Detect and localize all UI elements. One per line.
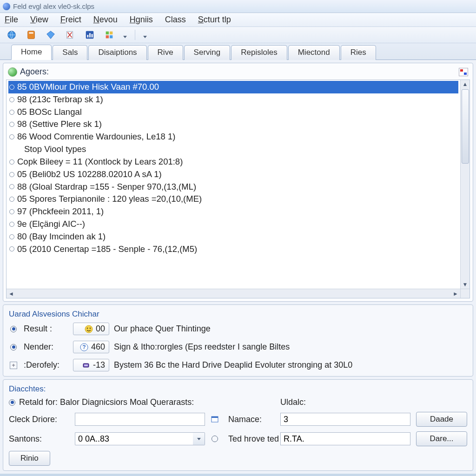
globe-icon[interactable]: [6, 29, 18, 41]
menu-hgnis[interactable]: Hgniis: [130, 15, 153, 25]
plus-box-icon[interactable]: +: [9, 361, 18, 370]
list-item-text: 05 (2010 Cenertap =185 - Senple - 76,(12…: [17, 243, 197, 256]
tab-label: Rive: [158, 48, 173, 57]
list-item-text: 98 (213c Terbrap sk 1): [17, 93, 103, 106]
list-bullet-icon: [9, 159, 14, 165]
namace-label: Namace:: [228, 415, 275, 424]
svg-rect-10: [110, 32, 112, 34]
chart-icon[interactable]: [84, 29, 96, 41]
tab-rive[interactable]: Rive: [148, 45, 183, 60]
vertical-scrollbar[interactable]: ▲ ▼: [460, 80, 469, 289]
scroll-up-arrow[interactable]: ▲: [461, 80, 469, 88]
toolbar-dropdown-1[interactable]: [123, 33, 127, 37]
cleck-input[interactable]: [75, 413, 205, 426]
tab-label: Sals: [62, 48, 78, 57]
toolbar: [0, 27, 476, 43]
list-item[interactable]: 05 (Beli0b2 US 102288.02010 A sA 1): [8, 168, 458, 181]
tab-repisloles[interactable]: Repisloles: [231, 45, 287, 60]
chevron-down-icon[interactable]: [193, 432, 205, 445]
tab-serving[interactable]: Serving: [184, 45, 231, 60]
menu-sturt[interactable]: Scturt tlp: [198, 15, 231, 25]
ted-radio-icon[interactable]: [211, 435, 219, 443]
list-item[interactable]: 88 (Gloal Stardrap =155 - Senper 970,(13…: [8, 181, 458, 193]
menu-file[interactable]: File: [5, 15, 18, 25]
title-bar: Feld evgl alex vle0-sk.clps: [0, 0, 476, 13]
svg-rect-2: [29, 33, 33, 34]
tab-label: Disaiptions: [98, 48, 137, 57]
tab-miectond[interactable]: Miectond: [288, 45, 340, 60]
menu-nevou[interactable]: Nevou: [93, 15, 118, 25]
list-item[interactable]: 86 Wood Comrentie Wardounies, Le18 1): [8, 131, 458, 143]
namace-icon: [211, 415, 219, 423]
list-header-label: Agoers:: [20, 67, 49, 77]
tab-sals[interactable]: Sals: [53, 45, 87, 60]
svg-marker-14: [143, 36, 147, 38]
list-item[interactable]: 05 (2010 Cenertap =185 - Senple - 76,(12…: [8, 243, 458, 256]
rinio-button[interactable]: Rinio: [9, 451, 50, 466]
daade-button[interactable]: Daade: [416, 412, 467, 427]
nender-value: 460: [91, 342, 105, 352]
list-header: Agoers:: [6, 66, 470, 79]
list-bullet-icon: [9, 122, 14, 127]
result-value-box[interactable]: 00: [73, 323, 109, 335]
nender-value-box[interactable]: ? 460: [73, 341, 109, 353]
expand-icon[interactable]: [459, 68, 468, 76]
derofely-value-box[interactable]: -13: [73, 359, 109, 371]
cleck-label: Cleck Driore:: [9, 415, 69, 424]
nender-label: Nender:: [24, 342, 68, 352]
list-item-text: 97 (Phckfeein 2011, 1): [17, 205, 104, 218]
tab-disaiptions[interactable]: Disaiptions: [88, 45, 146, 60]
list-item[interactable]: 80 (Bay Imcinden ak 1): [8, 231, 458, 243]
scroll-thumb[interactable]: [462, 89, 469, 164]
dare-button[interactable]: Dare...: [416, 431, 467, 446]
list-item[interactable]: 05 Spores Terpianonile : 120 yleas =20,(…: [8, 193, 458, 205]
list-item[interactable]: Copk Bileey = 11 (Xontlock by Lears 201:…: [8, 156, 458, 168]
tab-strip: Home Sals Disaiptions Rive Serving Repis…: [0, 43, 476, 60]
list-item-text: Copk Bileey = 11 (Xontlock by Lears 201:…: [17, 156, 183, 168]
tab-ries[interactable]: Ries: [341, 45, 376, 60]
scroll-down-arrow[interactable]: ▼: [461, 280, 469, 289]
list-bullet-icon: [9, 222, 14, 227]
santons-input[interactable]: [75, 432, 193, 445]
tools-icon[interactable]: [103, 29, 115, 41]
namace-input[interactable]: [280, 413, 410, 426]
result-value: 00: [96, 324, 105, 334]
list-item[interactable]: 98 (Settive Plere sk 1): [8, 118, 458, 131]
agoers-icon: [8, 67, 17, 77]
horizontal-scrollbar[interactable]: ◄ ►: [7, 289, 460, 298]
svg-rect-23: [212, 416, 218, 418]
list-item[interactable]: 85 0BVMlour Drive Hisk Vaan #70.00: [8, 81, 458, 93]
menu-class[interactable]: Class: [165, 15, 186, 25]
tab-label: Miectond: [298, 48, 330, 57]
list-item-text: 05 (Beli0b2 US 102288.02010 A sA 1): [17, 168, 162, 181]
toolbar-dropdown-2[interactable]: [143, 33, 147, 37]
list-item-text: 98 (Settive Plere sk 1): [17, 118, 102, 131]
menu-bar: File View Freict Nevou Hgniis Class Sctu…: [0, 13, 476, 27]
list-item[interactable]: 05 BOSc Llangal: [8, 106, 458, 119]
list-item[interactable]: 97 (Phckfeein 2011, 1): [8, 205, 458, 218]
orange-doc-icon[interactable]: [25, 29, 37, 41]
list-item[interactable]: 98 (213c Terbrap sk 1): [8, 93, 458, 106]
list-item[interactable]: 9e (Elçängi AIC--): [8, 218, 458, 231]
diacchtes-group: Diacchtes: Retald for: Balor Diagnicsior…: [3, 379, 473, 471]
santons-combo[interactable]: [75, 432, 205, 445]
tab-home[interactable]: Home: [11, 45, 52, 60]
sheet-cross-icon[interactable]: [64, 29, 76, 41]
menu-view[interactable]: View: [30, 15, 48, 25]
list-item-text: 88 (Gloal Stardrap =155 - Senper 970,(13…: [17, 181, 196, 193]
scroll-left-arrow[interactable]: ◄: [7, 290, 16, 298]
menu-freict[interactable]: Freict: [60, 15, 81, 25]
gem-icon[interactable]: [45, 29, 57, 41]
svg-rect-9: [106, 32, 109, 34]
list-item[interactable]: Stop Viool types: [8, 143, 458, 156]
list-item-text: 05 BOSc Llangal: [17, 106, 82, 119]
list-box[interactable]: 85 0BVMlour Drive Hisk Vaan #70.0098 (21…: [7, 80, 460, 289]
ted-input[interactable]: [280, 432, 410, 445]
list-bullet-icon: [9, 172, 14, 177]
tab-label: Repisloles: [241, 48, 277, 57]
retald-radio[interactable]: [9, 399, 15, 406]
scroll-right-arrow[interactable]: ►: [451, 290, 460, 298]
list-bullet-icon: [9, 110, 14, 115]
santons-label: Santons:: [9, 434, 69, 444]
list-container: 85 0BVMlour Drive Hisk Vaan #70.0098 (21…: [6, 79, 470, 298]
